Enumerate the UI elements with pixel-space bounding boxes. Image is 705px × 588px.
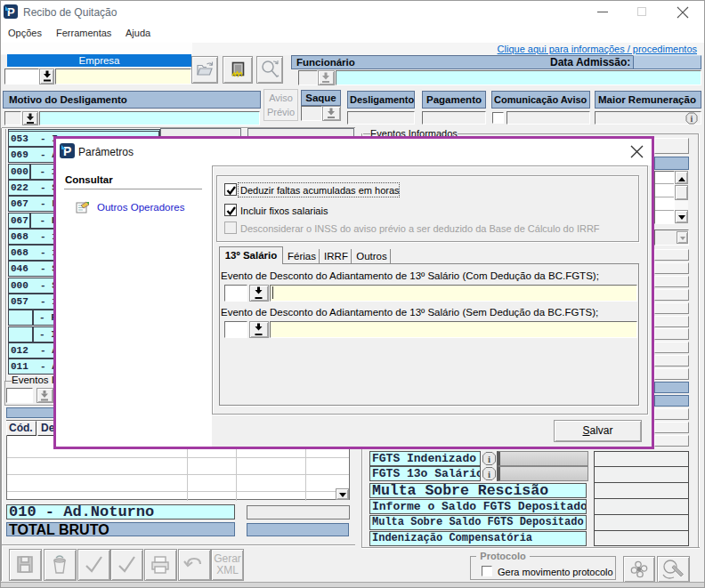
svg-text:i: i	[488, 454, 490, 464]
svg-text:i: i	[691, 114, 693, 124]
svg-text:i: i	[488, 469, 490, 479]
